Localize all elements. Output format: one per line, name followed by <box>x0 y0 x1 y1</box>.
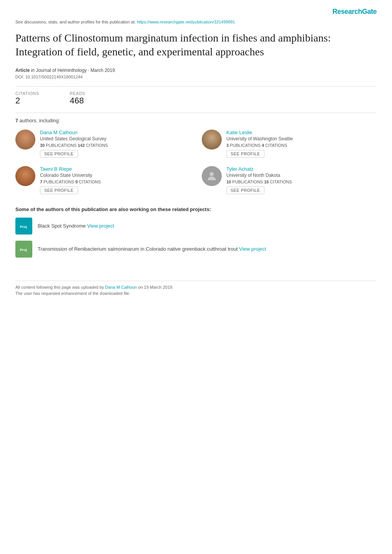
footer-enhancement-line: The user has requested enhancement of th… <box>15 291 377 296</box>
reads-block: READS 468 <box>70 91 85 106</box>
project-text-2: Transmission of Renibacterium salmoninar… <box>38 246 266 252</box>
author-stats-tawni: 7 PUBLICATIONS 9 CITATIONS <box>40 180 101 184</box>
author-name-tyler[interactable]: Tyler Achatz <box>226 166 292 172</box>
footer-suffix: on 19 March 2019. <box>138 285 173 289</box>
avatar-katie <box>202 130 222 150</box>
author-info-katie: Katie Leslie University of Washington Se… <box>226 130 293 158</box>
author-stats-dana: 30 PUBLICATIONS 142 CITATIONS <box>40 143 108 148</box>
article-meta: Article in Journal of Helminthology · Ma… <box>15 68 377 73</box>
tawni-cit-count: 9 <box>75 180 78 184</box>
tyler-cit-count: 15 <box>264 180 269 184</box>
authors-divider <box>15 113 377 113</box>
author-affil-tawni: Colorado State University <box>40 173 101 178</box>
author-card-dana: Dana M Calhoun United States Geological … <box>15 130 190 158</box>
footer-area: All content following this page was uplo… <box>15 281 377 296</box>
journal-name: Journal of Helminthology <box>36 68 86 73</box>
see-profile-tyler[interactable]: SEE PROFILE <box>226 186 264 194</box>
authors-grid: Dana M Calhoun United States Geological … <box>15 130 377 203</box>
avatar-tyler <box>202 166 222 186</box>
dana-cit-count: 142 <box>78 143 85 148</box>
author-stats-tyler: 10 PUBLICATIONS 15 CITATIONS <box>226 180 292 184</box>
person-icon <box>206 170 218 182</box>
author-name-dana[interactable]: Dana M Calhoun <box>40 130 108 135</box>
tyler-pub-count: 10 <box>226 180 231 184</box>
reads-label: READS <box>70 91 85 96</box>
project-title-1: Black Spot Syndrome <box>38 223 87 229</box>
doi-line: DOI: 10.1017/S0022149X18001244 <box>15 75 377 79</box>
paper-title: Patterns of Clinostomum marginatum infec… <box>15 31 377 59</box>
authors-word: authors, including: <box>20 118 60 123</box>
brand-name: ResearchGate <box>332 8 377 15</box>
svg-text:Proj: Proj <box>20 248 27 252</box>
article-type: Article <box>15 68 30 73</box>
project-item-2: Proj Transmission of Renibacterium salmo… <box>15 241 377 258</box>
footer-uploader-link[interactable]: Dana M Calhoun <box>105 285 137 289</box>
citations-value: 2 <box>15 96 39 106</box>
project-link-1[interactable]: View project <box>87 223 115 229</box>
author-name-katie[interactable]: Katie Leslie <box>226 130 293 135</box>
stats-divider <box>15 86 377 87</box>
author-card-katie: Katie Leslie University of Washington Se… <box>202 130 377 158</box>
author-affil-katie: University of Washington Seattle <box>226 136 293 141</box>
see-profile-katie[interactable]: SEE PROFILE <box>226 150 264 158</box>
citations-label: CITATIONS <box>15 91 39 96</box>
svg-text:Proj: Proj <box>20 225 27 229</box>
authors-heading: 7 authors, including: <box>15 118 377 123</box>
project-thumb-1: Proj <box>15 218 32 235</box>
avatar-dana <box>15 130 35 150</box>
avatar-tawni <box>15 166 35 186</box>
footer-prefix: All content following this page was uplo… <box>15 285 104 289</box>
footer-upload-line: All content following this page was uplo… <box>15 285 377 289</box>
author-affil-tyler: University of North Dakota <box>226 173 292 178</box>
author-info-dana: Dana M Calhoun United States Geological … <box>40 130 108 158</box>
page-wrapper: ResearchGate See discussions, stats, and… <box>0 0 392 305</box>
author-info-tyler: Tyler Achatz University of North Dakota … <box>226 166 292 194</box>
see-discussions-text: See discussions, stats, and author profi… <box>15 20 136 24</box>
project-thumb-2: Proj <box>15 241 32 258</box>
author-name-tawni[interactable]: Tawni B Riepe <box>40 166 101 172</box>
katie-pub-count: 3 <box>226 143 229 148</box>
article-date: March 2019 <box>90 68 115 73</box>
project-image-2: Proj <box>18 243 30 255</box>
reads-value: 468 <box>70 96 85 106</box>
see-discussions-bar: See discussions, stats, and author profi… <box>15 20 377 24</box>
see-discussions-link[interactable]: https://www.researchgate.net/publication… <box>137 20 235 24</box>
project-title-2: Transmission of Renibacterium salmoninar… <box>38 246 239 252</box>
related-projects-heading: Some of the authors of this publication … <box>15 206 377 212</box>
citations-block: CITATIONS 2 <box>15 91 39 106</box>
project-image-1: Proj <box>18 220 30 232</box>
dana-pub-count: 30 <box>40 143 45 148</box>
top-bar: ResearchGate <box>15 8 377 16</box>
author-stats-katie: 3 PUBLICATIONS 4 CITATIONS <box>226 143 293 148</box>
authors-count: 7 <box>15 118 18 123</box>
project-text-1: Black Spot Syndrome View project <box>38 223 114 229</box>
svg-point-0 <box>210 172 214 176</box>
author-card-tawni: Tawni B Riepe Colorado State University … <box>15 166 190 194</box>
tawni-pub-count: 7 <box>40 180 42 184</box>
project-link-2[interactable]: View project <box>239 246 266 252</box>
see-profile-dana[interactable]: SEE PROFILE <box>40 150 78 158</box>
author-info-tawni: Tawni B Riepe Colorado State University … <box>40 166 101 194</box>
katie-cit-count: 4 <box>262 143 264 148</box>
related-projects-section: Some of the authors of this publication … <box>15 206 377 258</box>
stats-row: CITATIONS 2 READS 468 <box>15 91 377 106</box>
in-label: in <box>31 68 36 73</box>
author-card-tyler: Tyler Achatz University of North Dakota … <box>202 166 377 194</box>
project-item-1: Proj Black Spot Syndrome View project <box>15 218 377 235</box>
author-affil-dana: United States Geological Survey <box>40 136 108 141</box>
see-profile-tawni[interactable]: SEE PROFILE <box>40 186 78 194</box>
